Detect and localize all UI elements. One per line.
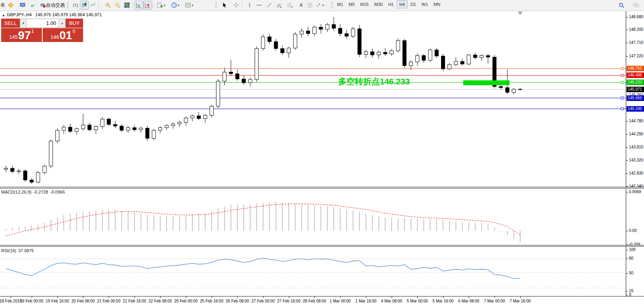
zoom-out-icon [114, 2, 121, 8]
price-line-handle[interactable] [621, 81, 623, 84]
price-line-handle[interactable] [621, 97, 623, 99]
candle [351, 27, 355, 38]
new-order-label[interactable]: 单 [0, 2, 6, 9]
signal-button[interactable] [28, 1, 37, 10]
candle [294, 32, 297, 50]
time-tick [186, 296, 186, 298]
bar-chart-button[interactable] [71, 1, 80, 10]
fibonacci-button[interactable]: F [286, 1, 294, 10]
price-tick-label: 144.780 [629, 119, 643, 123]
time-scale[interactable]: 18 Feb 201919 Feb 00:0019 Feb 16:0020 Fe… [0, 296, 644, 306]
cursor-button[interactable] [220, 1, 229, 10]
timeframe-w1[interactable]: W1 [419, 0, 431, 8]
timeframe-m30[interactable]: M30 [372, 0, 385, 8]
price-scale[interactable]: 148.680148.200147.710147.220146.730146.2… [626, 11, 644, 296]
price-line-handle[interactable] [621, 74, 623, 76]
vertical-line-button[interactable] [245, 1, 254, 10]
timeframe-d1[interactable]: D1 [408, 0, 419, 8]
macd-panel-canvas[interactable] [0, 189, 626, 246]
highlight-rectangle[interactable] [463, 80, 510, 85]
timeframe-m1[interactable]: M1 [335, 0, 345, 8]
indicators-button[interactable]: ▾ [155, 1, 167, 10]
rsi-name: RSI(14) [1, 248, 16, 253]
text-icon: A [298, 2, 304, 8]
panel-separator[interactable] [0, 187, 644, 188]
candle [454, 57, 458, 66]
chat-button[interactable] [631, 1, 640, 10]
text-label-button[interactable]: T [305, 1, 314, 10]
chart-shift-button[interactable] [143, 1, 152, 10]
timeframe-m15[interactable]: M15 [358, 0, 371, 8]
trendline-button[interactable] [265, 1, 274, 10]
candle [274, 39, 278, 51]
candle [107, 118, 111, 126]
tile-windows-button[interactable] [123, 1, 131, 10]
horizontal-line-button[interactable] [255, 1, 263, 10]
arrows-button[interactable]: ▾ [314, 1, 325, 10]
price-line-handle[interactable] [621, 108, 623, 110]
price-tick [626, 56, 628, 57]
chart-title: ▲GBPJPY-,H4145.975 145.979 145.964 145.9… [2, 12, 102, 17]
rsi-panel-canvas[interactable] [0, 247, 626, 295]
templates-button[interactable]: ▾ [183, 1, 195, 10]
annotation-text[interactable]: 多空转折点146.233 [338, 77, 410, 86]
text-button[interactable]: A [297, 1, 305, 10]
timeframe-h4[interactable]: H4 [397, 0, 407, 8]
autotrading-label[interactable]: 自动交易 [46, 2, 65, 9]
candlestick-chart-button[interactable] [80, 1, 89, 10]
rsi-value: 37.0875 [18, 248, 34, 253]
line-chart-button[interactable] [89, 1, 97, 10]
timeframe-m5[interactable]: M5 [346, 0, 357, 8]
zoom-in-button[interactable] [104, 1, 112, 10]
price-tick-label: 142.830 [629, 171, 643, 175]
search-button[interactable] [617, 1, 626, 10]
candle [261, 34, 265, 51]
volume-input[interactable] [27, 19, 59, 27]
zoom-out-button[interactable] [113, 1, 122, 10]
svg-text:E: E [280, 6, 282, 8]
price-tick-label: 147.220 [629, 54, 643, 58]
time-tick [443, 296, 443, 298]
sell-price-big: 97 [18, 30, 31, 41]
sell-button[interactable]: SELL [1, 19, 20, 28]
price-line-handle[interactable] [621, 67, 623, 70]
indicator-tick-label: 80 [629, 256, 633, 260]
price-tick [626, 17, 628, 17]
volume-decrease-button[interactable]: ▾ [20, 19, 27, 27]
search-icon [618, 2, 625, 8]
terminal-button[interactable] [18, 1, 27, 10]
candle [197, 112, 201, 120]
candle [486, 54, 490, 63]
price-tick-label: 147.710 [629, 40, 643, 45]
crosshair-button[interactable] [232, 1, 241, 10]
channel-button[interactable]: E [275, 1, 283, 10]
candle [43, 165, 46, 175]
auto-scroll-button[interactable] [134, 1, 143, 10]
new-order-button[interactable] [6, 1, 15, 10]
timeframe-mn[interactable]: MN [431, 0, 443, 8]
sell-price-prefix: 145 [9, 34, 18, 40]
buy-price-pip: 0 [72, 29, 75, 34]
volume-increase-button[interactable]: ▴ [59, 19, 65, 27]
candle [396, 38, 400, 52]
one-click-trading-panel: SELL ▾ ▴ BUY 145971 146010 [1, 19, 83, 42]
timeframe-h1[interactable]: H1 [386, 0, 396, 8]
candlestick-chart-icon [81, 2, 87, 8]
buy-price[interactable]: 146010 [43, 28, 83, 42]
candle [422, 54, 426, 63]
candle [428, 49, 432, 62]
toolbar-grip [67, 2, 69, 8]
panel-separator[interactable] [0, 245, 644, 247]
symbol-title: GBPJPY-,H4 [7, 12, 32, 17]
buy-button[interactable]: BUY [66, 19, 83, 28]
crosshair-icon [233, 2, 239, 8]
chart-shift-marker[interactable] [518, 12, 522, 15]
main-chart-canvas[interactable]: 多空转折点146.233 [0, 11, 626, 188]
time-tick [417, 296, 418, 298]
time-tick [366, 296, 366, 298]
periods-button[interactable]: ▾ [169, 1, 181, 10]
sell-price[interactable]: 145971 [1, 28, 42, 42]
candle [319, 24, 323, 34]
time-tick [109, 296, 109, 298]
channel-icon: E [276, 2, 282, 8]
